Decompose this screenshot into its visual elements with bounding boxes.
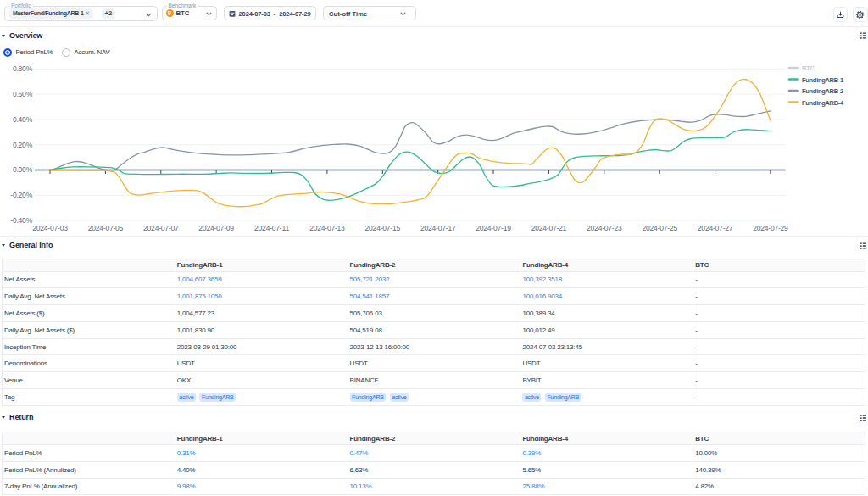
svg-text:FundingARB-4: FundingARB-4 xyxy=(802,99,844,107)
svg-text:FundingARB-2: FundingARB-2 xyxy=(802,87,843,95)
svg-text:2024-07-03: 2024-07-03 xyxy=(32,224,68,232)
svg-text:2024-07-25: 2024-07-25 xyxy=(642,224,677,232)
svg-text:2024-07-15: 2024-07-15 xyxy=(365,224,401,232)
svg-text:2024-07-17: 2024-07-17 xyxy=(420,224,456,232)
svg-text:0.00%: 0.00% xyxy=(13,165,33,174)
svg-text:2024-07-05: 2024-07-05 xyxy=(88,224,124,232)
svg-text:2024-07-07: 2024-07-07 xyxy=(143,224,179,232)
svg-text:2024-07-27: 2024-07-27 xyxy=(698,224,733,232)
svg-text:0.60%: 0.60% xyxy=(13,90,33,98)
svg-text:2024-07-21: 2024-07-21 xyxy=(531,224,567,232)
svg-text:0.40%: 0.40% xyxy=(13,115,33,124)
svg-text:0.80%: 0.80% xyxy=(13,64,33,73)
svg-text:2024-07-11: 2024-07-11 xyxy=(254,224,289,232)
svg-text:-0.40%: -0.40% xyxy=(10,216,32,225)
svg-text:-0.20%: -0.20% xyxy=(10,191,32,199)
svg-text:2024-07-13: 2024-07-13 xyxy=(309,224,345,232)
svg-text:0.20%: 0.20% xyxy=(13,141,33,149)
svg-text:2024-07-09: 2024-07-09 xyxy=(198,224,234,232)
svg-text:2024-07-29: 2024-07-29 xyxy=(753,224,788,232)
svg-text:BTC: BTC xyxy=(802,64,815,72)
svg-text:FundingARB-1: FundingARB-1 xyxy=(802,76,843,84)
svg-text:2024-07-23: 2024-07-23 xyxy=(587,224,622,232)
svg-text:2024-07-19: 2024-07-19 xyxy=(476,224,511,232)
